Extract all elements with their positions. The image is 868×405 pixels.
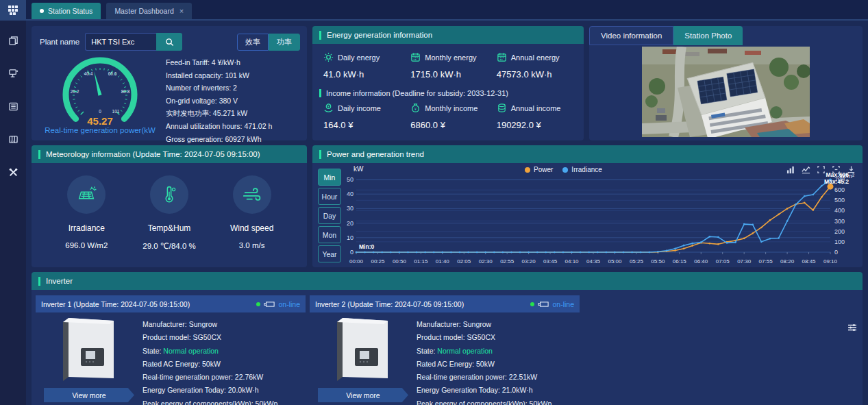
svg-text:30: 30 xyxy=(347,205,354,212)
tab-station-photo[interactable]: Station Photo xyxy=(673,26,743,45)
dashboard-grid-icon xyxy=(8,5,18,16)
max-annotations: Max:696 Max:45.2 xyxy=(824,171,849,185)
trend-chart[interactable]: 01002003004005006007000102030405000:0000… xyxy=(345,173,858,266)
svg-text:02:55: 02:55 xyxy=(500,258,514,265)
plant-detail-row: Annual utilization hours: 471.02 h xyxy=(166,120,300,133)
online-status-dot xyxy=(256,302,260,306)
plant-name-input[interactable] xyxy=(85,33,156,51)
legend-irradiance[interactable]: Irradiance xyxy=(562,166,602,173)
svg-text:600: 600 xyxy=(834,186,845,193)
inverter-1-title: Inverter 1 (Update Time: 2024-07-05 09:1… xyxy=(41,300,190,308)
gauge-caption: Real-time generation power(kW xyxy=(34,126,166,134)
svg-text:0: 0 xyxy=(834,249,838,256)
svg-text:0: 0 xyxy=(350,249,354,256)
daily-energy-stat: Daily energy 41.0 kW·h xyxy=(323,52,410,79)
sidebar-item-monitoring[interactable] xyxy=(0,63,26,84)
time-button-year[interactable]: Year xyxy=(318,245,341,262)
header-accent xyxy=(38,277,40,286)
wind-speed-item: Wind speed 3.0 m/s xyxy=(214,175,290,251)
monthly-income-value: 6860.0 ¥ xyxy=(410,120,496,130)
tab-close-icon[interactable]: × xyxy=(179,7,184,15)
svg-text:07:30: 07:30 xyxy=(737,258,752,265)
inverter-device-icon xyxy=(264,301,275,308)
svg-text:300: 300 xyxy=(834,218,845,225)
svg-text:200: 200 xyxy=(834,228,845,235)
online-status-text: on-line xyxy=(278,300,300,308)
svg-text:08:20: 08:20 xyxy=(780,258,795,265)
irradiance-label: Irradiance xyxy=(49,223,124,233)
svg-text:02:30: 02:30 xyxy=(479,258,493,265)
tab-master-dashboard[interactable]: Master Dashboard × xyxy=(106,3,192,19)
wind-speed-label: Wind speed xyxy=(214,223,290,233)
meteorology-panel-title: Meteorology information (Update Time: 20… xyxy=(46,150,260,158)
power-legend-dot xyxy=(525,167,530,173)
solar-panel-icon xyxy=(76,184,97,205)
inverter-2-details: Manufacturer: Sungrow Product model: SG5… xyxy=(417,317,580,405)
monthly-income-stat: ¥Monthly income 6860.0 ¥ xyxy=(410,103,496,130)
svg-text:05:25: 05:25 xyxy=(630,258,644,265)
svg-text:08:45: 08:45 xyxy=(802,258,817,265)
tab-video-information[interactable]: Video information xyxy=(589,26,673,45)
time-button-mon[interactable]: Mon xyxy=(318,226,341,243)
view-more-button[interactable]: View more xyxy=(318,388,408,402)
svg-text:03:45: 03:45 xyxy=(543,258,558,265)
power-toggle-button[interactable]: 功率 xyxy=(269,34,300,51)
header-accent xyxy=(38,150,40,159)
search-button[interactable] xyxy=(156,33,182,51)
svg-text:05:50: 05:50 xyxy=(651,258,665,265)
time-button-day[interactable]: Day xyxy=(318,207,341,224)
time-button-hour[interactable]: Hour xyxy=(318,188,341,205)
svg-text:¥: ¥ xyxy=(327,104,330,108)
plant-detail-row: Installed capacity: 101 kW xyxy=(166,69,300,82)
legend-power[interactable]: Power xyxy=(525,166,553,173)
left-axis-unit: kW xyxy=(354,165,363,173)
inverter-2-title: Inverter 2 (Update Time: 2024-07-05 09:1… xyxy=(315,300,464,308)
sidebar-item-list[interactable] xyxy=(0,96,26,116)
sidebar-item-devices[interactable] xyxy=(0,129,26,149)
svg-text:04:35: 04:35 xyxy=(586,258,601,265)
tab-station-status[interactable]: Station Status xyxy=(32,3,101,19)
sidebar-item-dashboard[interactable] xyxy=(0,0,26,21)
chart-legend: Power Irradiance xyxy=(525,166,602,173)
sidebar-item-tools[interactable] xyxy=(0,162,26,182)
adjust-filters-icon[interactable] xyxy=(847,323,857,335)
inverter-1-details: Manufacturer: Sungrow Product model: SG5… xyxy=(142,317,306,405)
plant-detail-row: Gross generation: 60927 kWh xyxy=(166,133,300,146)
calendar-icon xyxy=(410,52,421,62)
svg-text:04:10: 04:10 xyxy=(565,258,580,265)
trend-panel: Power and generation trend Min Hour Day … xyxy=(312,145,863,267)
svg-text:01:40: 01:40 xyxy=(436,258,450,265)
svg-text:07:55: 07:55 xyxy=(759,258,773,265)
svg-text:03:20: 03:20 xyxy=(522,258,536,265)
inverter-card-1: Inverter 1 (Update Time: 2024-07-05 09:1… xyxy=(36,295,306,405)
tab-station-status-label: Station Status xyxy=(48,7,92,15)
svg-text:101: 101 xyxy=(112,109,120,114)
monthly-energy-stat: Monthly energy 1715.0 kW·h xyxy=(410,52,496,79)
active-tab-dot xyxy=(40,9,44,13)
bar-chart-icon[interactable] xyxy=(786,165,795,174)
wind-icon xyxy=(242,184,262,205)
video-tabs: Video information Station Photo xyxy=(589,26,863,45)
annual-income-stat: Annual income 190292.0 ¥ xyxy=(497,103,584,130)
inverter-panel-title: Inverter xyxy=(46,277,73,285)
inverter-device-image xyxy=(53,317,125,382)
annual-energy-stat: Annual energy 47573.0 kW·h xyxy=(497,52,584,79)
time-button-min[interactable]: Min xyxy=(318,169,341,186)
inverter-panel: Inverter Inverter 1 (Update Time: 2024-0… xyxy=(32,272,863,405)
efficiency-toggle-button[interactable]: 效率 xyxy=(237,34,269,51)
money-bag-icon: ¥ xyxy=(410,103,421,113)
devices-icon xyxy=(8,134,18,145)
inverter-1-state: Normal operation xyxy=(163,347,219,355)
calendar-icon xyxy=(497,52,507,62)
svg-text:60.6: 60.6 xyxy=(108,71,117,76)
coin-hand-icon: ¥ xyxy=(323,103,334,113)
svg-text:05:00: 05:00 xyxy=(608,258,622,265)
monitoring-icon xyxy=(8,69,18,79)
gauge-value: 45.27 xyxy=(87,115,113,127)
income-information-title: Income information (Deadline for subsidy… xyxy=(319,89,584,97)
daily-energy-value: 41.0 kW·h xyxy=(323,69,410,79)
line-chart-icon[interactable] xyxy=(802,165,810,174)
sidebar-item-documents[interactable] xyxy=(0,30,26,51)
view-more-button[interactable]: View more xyxy=(44,388,134,402)
gauge-svg: 0 20.2 40.4 60.6 80.8 101 45.27 xyxy=(39,51,161,127)
